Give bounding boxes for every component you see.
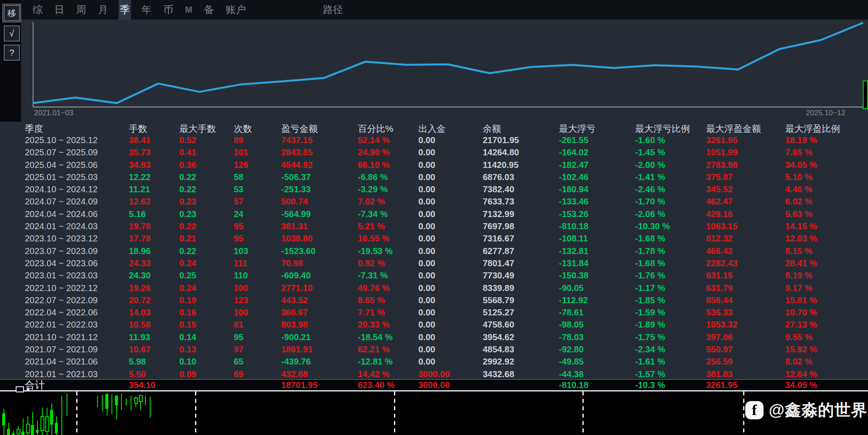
cell-count: 58: [234, 171, 281, 183]
column-header[interactable]: 百分比%: [358, 123, 418, 135]
sidebar-button-check-icon[interactable]: √: [4, 26, 20, 41]
cell-balance: 5568.79: [483, 294, 559, 306]
cell-max_fp: 550.97: [706, 343, 785, 355]
cell-pnl: 4544.92: [281, 159, 358, 171]
table-row[interactable]: 2022.10 ~ 2022.1219.260.241002771.1049.7…: [0, 282, 868, 294]
cell-max_fp: 1063.15: [706, 220, 785, 232]
cell-balance: 6277.87: [483, 245, 559, 257]
table-row[interactable]: 2025.04 ~ 2025.0634.930.361264544.9266.1…: [0, 159, 868, 171]
cell-max_dd_pct: -2.46 %: [635, 183, 706, 195]
cell-balance: 6876.03: [483, 171, 559, 183]
cell-max_fp_pct: 8.19 %: [785, 269, 868, 281]
cell-balance: 7730.49: [483, 269, 559, 281]
cell-cash_flow: 0.00: [418, 195, 483, 207]
cell-max_fp_pct: 18.19 %: [785, 134, 868, 146]
cell-count: 126: [234, 159, 281, 171]
table-row[interactable]: 2025.10 ~ 2025.1238.410.52897437.1552.14…: [0, 134, 868, 146]
menu-item-币[interactable]: 币: [162, 0, 175, 20]
column-header[interactable]: 次数: [234, 123, 281, 135]
cell-max_fp_pct: 14.15 %: [785, 220, 868, 232]
table-row[interactable]: 2024.04 ~ 2024.065.160.2324-564.99-7.34 …: [0, 208, 868, 220]
clipped-green-box: [863, 80, 868, 109]
table-row[interactable]: 2021.01 ~ 2021.035.500.0969432.6814.42 %…: [0, 368, 868, 380]
equity-line: [34, 23, 862, 103]
table-row[interactable]: 2022.07 ~ 2022.0920.720.19123443.528.65 …: [0, 294, 868, 306]
cell-period: 2022.07 ~ 2022.09: [25, 294, 129, 306]
cell-count: 69: [234, 368, 281, 380]
cell-max_dd_pct: -1.76 %: [635, 269, 706, 281]
cell-pct: -7.34 %: [358, 208, 418, 220]
table-row[interactable]: 2025.07 ~ 2025.0935.730.411012843.8524.9…: [0, 146, 868, 158]
column-header[interactable]: 最大浮盈金额: [706, 123, 785, 135]
cell-balance: 7316.67: [483, 232, 559, 244]
table-row[interactable]: 2021.07 ~ 2021.0910.670.13971861.9162.21…: [0, 343, 868, 355]
total-cell-max_fp_pct: 34.05 %: [785, 380, 868, 391]
menu-item-M[interactable]: M: [184, 0, 194, 20]
cell-max_dd_pct: -1.41 %: [635, 171, 706, 183]
menu-item-年[interactable]: 年: [140, 0, 153, 20]
cell-lots: 14.03: [129, 306, 179, 318]
cell-period: 2023.10 ~ 2023.12: [25, 232, 129, 244]
table-row[interactable]: 2022.01 ~ 2022.0310.580.1581803.9820.33 …: [0, 318, 868, 331]
column-header[interactable]: 最大浮盈比例: [785, 123, 868, 135]
cell-cash_flow: 0.00: [418, 331, 483, 343]
cell-pct: 5.21 %: [358, 220, 418, 232]
cell-max_lots: 0.23: [179, 195, 234, 207]
table-row[interactable]: 2024.01 ~ 2024.0319.780.2295381.315.21 %…: [0, 220, 868, 232]
cell-pnl: -439.76: [281, 355, 358, 368]
column-header[interactable]: 最大浮亏: [559, 123, 635, 135]
dashed-gridline: [582, 392, 584, 435]
cell-pct: 24.90 %: [358, 146, 418, 158]
cell-cash_flow: 0.00: [418, 318, 483, 331]
app-root: 综日周月季年币M备账户路径 移√? 2021.01~03 2025.10~12 …: [0, 0, 868, 435]
column-header[interactable]: 手数: [129, 123, 179, 135]
table-row[interactable]: 2022.04 ~ 2022.0614.030.16100366.677.71 …: [0, 306, 868, 318]
cell-balance: 2992.92: [483, 355, 559, 368]
table-row[interactable]: 2024.07 ~ 2024.0912.620.2357500.747.02 %…: [0, 195, 868, 207]
table-row[interactable]: 2023.07 ~ 2023.0918.960.22103-1523.60-19…: [0, 245, 868, 257]
table-row[interactable]: 2021.10 ~ 2021.1211.930.1495-900.21-18.5…: [0, 331, 868, 343]
table-row[interactable]: 2023.10 ~ 2023.1217.780.21951038.8016.55…: [0, 232, 868, 244]
menu-item-月[interactable]: 月: [97, 0, 109, 20]
column-header[interactable]: 余额: [483, 123, 559, 135]
menu-item-季[interactable]: 季: [118, 0, 131, 20]
cell-pct: 66.10 %: [358, 159, 418, 171]
table-row[interactable]: 2025.01 ~ 2025.0312.220.2258-506.37-6.86…: [0, 171, 868, 183]
sidebar-button-move-icon[interactable]: 移: [4, 5, 20, 21]
table-row[interactable]: 2021.04 ~ 2021.065.980.1065-439.76-12.81…: [0, 355, 868, 368]
sidebar-button-help-icon[interactable]: ?: [4, 45, 20, 60]
cell-cash_flow: 0.00: [418, 159, 483, 171]
candle-wick: [121, 394, 122, 410]
corner-triangle-icon[interactable]: [26, 386, 29, 392]
cell-max_fp: 462.47: [706, 195, 785, 207]
column-header[interactable]: 出入金: [418, 123, 483, 135]
menu-item-备[interactable]: 备: [203, 0, 215, 20]
menu-item-账户[interactable]: 账户: [225, 0, 247, 20]
menu-item-日[interactable]: 日: [53, 0, 66, 20]
cell-max_dd: -164.02: [559, 146, 635, 158]
cell-cash_flow: 0.00: [418, 245, 483, 257]
column-header[interactable]: 季度: [25, 123, 129, 135]
candle-wick: [67, 394, 67, 416]
cell-period: 2025.04 ~ 2025.06: [25, 159, 129, 171]
cell-lots: 17.78: [129, 232, 179, 244]
column-header[interactable]: 最大浮亏比例: [635, 123, 706, 135]
total-cell-max_fp: 3261.95: [706, 380, 785, 391]
cell-pnl: 2771.10: [281, 282, 358, 294]
resize-handle-icon[interactable]: [16, 386, 24, 392]
table-row[interactable]: 2023.04 ~ 2023.0624.330.2411170.980.92 %…: [0, 257, 868, 269]
column-header[interactable]: 盈亏金额: [281, 123, 358, 135]
cell-pct: 49.76 %: [358, 282, 418, 294]
menu-item-路径[interactable]: 路径: [322, 0, 344, 20]
candle-wick: [61, 396, 62, 435]
cell-period: 2023.01 ~ 2023.03: [25, 269, 129, 281]
cell-pct: 16.55 %: [358, 232, 418, 244]
menu-item-综[interactable]: 综: [31, 0, 44, 20]
menu-item-周[interactable]: 周: [75, 0, 87, 20]
cell-count: 100: [234, 282, 281, 294]
column-header[interactable]: 最大手数: [179, 123, 234, 135]
cell-max_fp: 2282.43: [706, 257, 785, 269]
table-row[interactable]: 2023.01 ~ 2023.0324.300.25110-609.40-7.3…: [0, 269, 868, 281]
table-row[interactable]: 2024.10 ~ 2024.1211.210.2253-251.33-3.29…: [0, 183, 868, 195]
cell-lots: 5.16: [129, 208, 179, 220]
